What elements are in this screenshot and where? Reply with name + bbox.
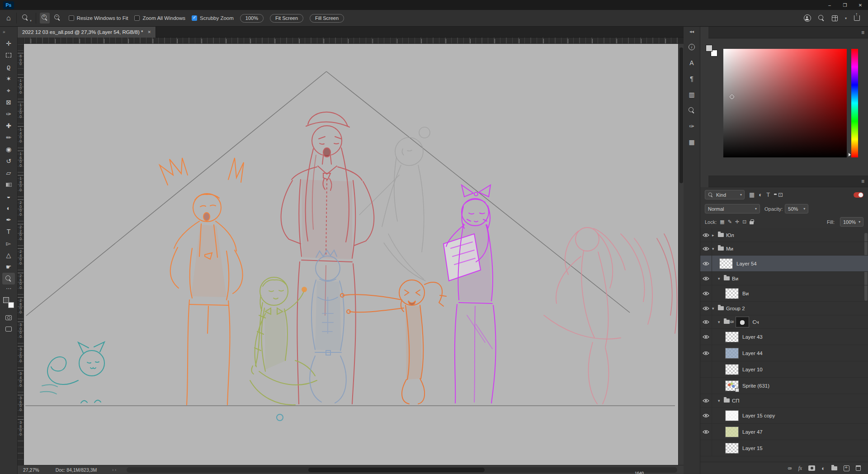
toolbar-overflow-icon[interactable]: »	[0, 27, 5, 38]
layer-row[interactable]: Layer 47	[700, 424, 868, 440]
link-layers-icon[interactable]: 8	[788, 467, 793, 469]
layer-row[interactable]: Layer 15 copy	[700, 408, 868, 424]
visibility-toggle[interactable]	[700, 272, 712, 285]
close-tab-icon[interactable]: ✕	[147, 30, 151, 34]
expand-chevron-icon[interactable]: ▾	[712, 246, 718, 251]
path-selection-tool[interactable]: ▻	[2, 237, 15, 249]
layer-name[interactable]: Ви	[732, 276, 738, 281]
layer-row[interactable]: ▾ Group 2	[700, 302, 868, 315]
visibility-toggle[interactable]	[700, 378, 712, 393]
layer-row[interactable]: Layer 43	[700, 329, 868, 345]
gradient-tool[interactable]	[2, 179, 15, 190]
visibility-toggle[interactable]	[700, 285, 712, 301]
layer-name[interactable]: Ви	[742, 291, 749, 296]
filter-toggle[interactable]	[854, 192, 863, 198]
layer-name[interactable]: Layer 54	[736, 261, 757, 266]
filter-pixel-layers-icon[interactable]: ▦	[749, 191, 755, 198]
share-icon[interactable]	[854, 15, 860, 21]
pen-tool[interactable]: ✒	[2, 214, 15, 226]
delete-layer-icon[interactable]	[856, 465, 861, 471]
vertical-scrollbar-thumb[interactable]	[679, 47, 683, 183]
visibility-toggle[interactable]	[700, 315, 712, 328]
properties-panel-icon[interactable]: ▥	[686, 89, 697, 100]
shape-tool[interactable]: △	[2, 249, 15, 261]
expand-panels-icon[interactable]: ◂◂	[689, 27, 694, 37]
color-cursor[interactable]	[730, 95, 734, 99]
filter-kind-dropdown[interactable]: Kind ▾	[705, 190, 745, 199]
expand-chevron-icon[interactable]: ▸	[712, 233, 718, 237]
layer-row[interactable]: Layer 15	[700, 440, 868, 456]
canvas[interactable]	[24, 44, 678, 465]
layer-comps-panel-icon[interactable]: ▦	[686, 137, 697, 147]
visibility-toggle[interactable]	[700, 408, 712, 423]
visibility-toggle[interactable]	[700, 242, 712, 255]
layer-row[interactable]: Layer 10	[700, 361, 868, 378]
hue-slider[interactable]	[851, 49, 858, 157]
lock-position-icon[interactable]: ✛	[735, 219, 739, 225]
blur-tool[interactable]: ◒	[2, 190, 15, 202]
layer-row[interactable]: Ви	[700, 285, 868, 302]
crop-tool[interactable]: ⌖	[2, 85, 15, 96]
color-swatch-pair[interactable]	[706, 45, 717, 57]
layer-thumbnail[interactable]	[725, 380, 739, 391]
layer-name[interactable]: Layer 43	[742, 334, 763, 340]
layer-row[interactable]: ▾ Ми	[700, 242, 868, 256]
brush-tool[interactable]: ✏	[2, 132, 15, 143]
panel-tab[interactable]	[733, 27, 741, 38]
foreground-background-swatches[interactable]	[3, 297, 14, 308]
visibility-toggle[interactable]	[700, 329, 712, 345]
panel-tab[interactable]	[717, 27, 725, 38]
new-adjustment-layer-icon[interactable]: ◐	[821, 465, 825, 472]
blend-mode-dropdown[interactable]: Normal ▾	[705, 204, 760, 213]
layer-row[interactable]: Layer 54	[700, 256, 868, 272]
move-tool[interactable]: ✛	[2, 38, 15, 49]
hue-slider-marker[interactable]	[849, 153, 851, 156]
new-layer-icon[interactable]	[844, 465, 849, 471]
layer-name[interactable]: Sprite (631)	[742, 383, 769, 389]
layer-name[interactable]: СП	[732, 398, 740, 403]
horizontal-scrollbar-thumb[interactable]	[308, 468, 485, 472]
layer-row[interactable]: ▾ Ви	[700, 272, 868, 285]
lock-all-icon[interactable]	[750, 221, 754, 224]
saturation-brightness-field[interactable]	[723, 49, 847, 157]
visibility-toggle[interactable]	[700, 345, 712, 361]
layer-thumbnail[interactable]	[736, 317, 749, 327]
document-tab[interactable]: 2022 12 03 es_all.psd @ 27,3% (Layer 54,…	[18, 27, 156, 38]
info-panel-icon[interactable]: i	[686, 42, 697, 52]
panel-tab[interactable]	[700, 27, 708, 38]
lock-artboard-icon[interactable]: ⊡	[742, 219, 746, 225]
zoom-tool-preset[interactable]: ▾	[20, 13, 32, 24]
visibility-toggle[interactable]	[700, 394, 712, 407]
layer-name[interactable]: Сч	[753, 319, 759, 325]
layer-row[interactable]: ▾ СП	[700, 394, 868, 408]
visibility-toggle[interactable]	[700, 256, 712, 271]
clone-stamp-tool[interactable]: ◉	[2, 143, 15, 155]
layer-name[interactable]: Layer 10	[742, 367, 763, 372]
account-icon[interactable]	[804, 14, 811, 22]
foreground-color-swatch[interactable]	[706, 45, 712, 52]
rectangular-marquee-tool[interactable]	[2, 49, 15, 61]
status-arrows-icon[interactable]: ›‹	[112, 468, 118, 472]
lasso-tool[interactable]: ϱ	[2, 61, 15, 73]
healing-brush-tool[interactable]: ✚	[2, 120, 15, 132]
filter-type-layers-icon[interactable]: T	[766, 191, 770, 198]
home-icon[interactable]: ⌂	[5, 14, 13, 22]
expand-chevron-icon[interactable]: ▾	[712, 306, 718, 311]
layer-name[interactable]: Layer 15	[742, 446, 763, 451]
dodge-tool[interactable]: ◐	[2, 202, 15, 214]
visibility-toggle[interactable]	[700, 228, 712, 242]
panel-tab[interactable]	[717, 175, 725, 187]
layer-thumbnail[interactable]	[725, 348, 739, 359]
panel-tab[interactable]	[733, 175, 741, 187]
panel-tab[interactable]	[708, 27, 717, 38]
foreground-color-swatch[interactable]	[3, 297, 9, 303]
lock-transparency-icon[interactable]: ▦	[720, 219, 724, 225]
maximize-button[interactable]: ❐	[837, 0, 853, 10]
zoom-level-field[interactable]: 27,27%	[23, 467, 39, 473]
layer-row[interactable]: ▾ 8 Сч	[700, 315, 868, 329]
opacity-dropdown[interactable]: 50% ▾	[785, 204, 808, 213]
fill-dropdown[interactable]: 100% ▾	[840, 217, 863, 227]
layer-name[interactable]: Юл	[726, 232, 734, 238]
chevron-down-icon[interactable]: ▾	[845, 16, 847, 20]
expand-chevron-icon[interactable]: ▾	[718, 398, 724, 403]
